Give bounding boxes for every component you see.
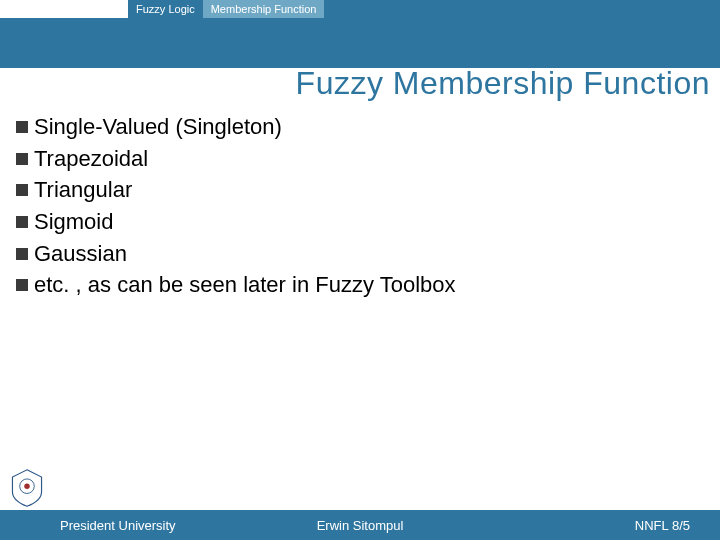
square-bullet-icon [16, 216, 28, 228]
footer-right: NNFL 8/5 [635, 518, 690, 533]
square-bullet-icon [16, 184, 28, 196]
square-bullet-icon [16, 153, 28, 165]
list-item: Sigmoid [16, 207, 704, 237]
content-area: Single-Valued (Singleton) Trapezoidal Tr… [16, 112, 704, 302]
footer-bar: President University Erwin Sitompul NNFL… [0, 510, 720, 540]
header-bar: Fuzzy Logic Membership Function [0, 0, 720, 68]
list-item: Gaussian [16, 239, 704, 269]
list-item-label: Sigmoid [34, 207, 113, 237]
list-item: Trapezoidal [16, 144, 704, 174]
page-title: Fuzzy Membership Function [296, 65, 710, 102]
list-item-label: Single-Valued (Singleton) [34, 112, 282, 142]
footer-center: Erwin Sitompul [317, 518, 404, 533]
list-item-label: Gaussian [34, 239, 127, 269]
square-bullet-icon [16, 279, 28, 291]
breadcrumb: Fuzzy Logic Membership Function [0, 0, 324, 18]
svg-point-1 [24, 483, 29, 488]
list-item: etc. , as can be seen later in Fuzzy Too… [16, 270, 704, 300]
list-item-label: Triangular [34, 175, 132, 205]
breadcrumb-spacer [0, 0, 128, 18]
square-bullet-icon [16, 248, 28, 260]
list-item: Single-Valued (Singleton) [16, 112, 704, 142]
breadcrumb-item-2: Membership Function [203, 0, 325, 18]
footer-left: President University [60, 518, 176, 533]
university-logo [8, 468, 46, 508]
square-bullet-icon [16, 121, 28, 133]
list-item: Triangular [16, 175, 704, 205]
breadcrumb-item-1: Fuzzy Logic [128, 0, 203, 18]
list-item-label: etc. , as can be seen later in Fuzzy Too… [34, 270, 456, 300]
list-item-label: Trapezoidal [34, 144, 148, 174]
